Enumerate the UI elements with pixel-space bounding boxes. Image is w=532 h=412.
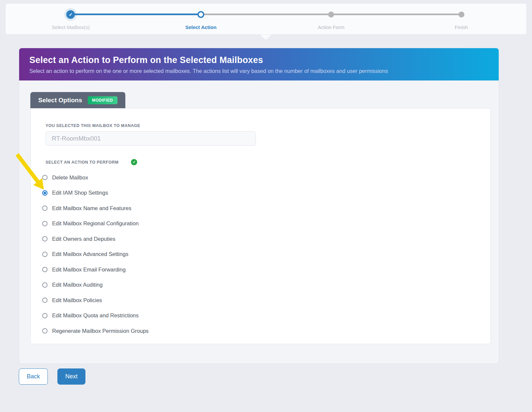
tab-select-options[interactable]: Select Options MODIFIED	[30, 92, 125, 108]
radio-selected-icon[interactable]	[42, 190, 47, 196]
action-option-label: Edit Mailbox Quota and Restrictions	[52, 312, 139, 319]
action-field-label: SELECT AN ACTION TO PERFORM	[46, 160, 118, 165]
radio-icon[interactable]	[42, 221, 47, 226]
action-option-row[interactable]: Edit Mailbox Quota and Restrictions	[42, 308, 476, 324]
action-option-label: Edit Mailbox Name and Features	[52, 205, 131, 211]
radio-icon[interactable]	[42, 298, 47, 303]
select-action-card: Select an Action to Perform on the Selec…	[19, 48, 499, 364]
step-dot-icon	[198, 11, 204, 18]
step-label: Select Action	[136, 24, 266, 30]
back-button[interactable]: Back	[19, 368, 48, 385]
page-subtitle: Select an action to perform on the one o…	[29, 68, 488, 74]
action-option-label: Edit Mailbox Regional Configuration	[52, 220, 139, 227]
radio-icon[interactable]	[42, 313, 47, 318]
radio-icon[interactable]	[42, 282, 47, 288]
action-option-label: Edit Mailbox Policies	[52, 297, 102, 303]
stepper-step-2[interactable]: Select Action	[136, 4, 266, 34]
action-option-row[interactable]: Edit Mailbox Policies	[42, 293, 476, 308]
action-option-row[interactable]: Edit Mailbox Email Forwarding	[42, 262, 476, 277]
selected-mailbox-input	[46, 131, 256, 146]
action-option-label: Edit IAM Shop Settings	[52, 190, 108, 196]
stepper-notch	[260, 35, 271, 40]
stepper-connector-3	[331, 14, 461, 15]
stepper-connector-1	[71, 14, 201, 15]
step-check-icon: ✓	[66, 10, 75, 19]
step-label: Action Form	[266, 24, 396, 30]
step-label: Finish	[396, 24, 526, 30]
action-options-list: Delete MailboxEdit IAM Shop SettingsEdit…	[42, 170, 476, 339]
action-option-row[interactable]: Edit Mailbox Regional Configuration	[42, 216, 476, 232]
card-header: Select an Action to Perform on the Selec…	[19, 48, 499, 80]
mailbox-field-label: YOU SELECTED THIS MAILBOX TO MANAGE	[46, 123, 476, 128]
action-option-row[interactable]: Edit Mailbox Auditing	[42, 277, 476, 293]
step-dot-icon	[328, 12, 334, 17]
action-option-row[interactable]: Regenerate Mailbox Permission Groups	[42, 323, 476, 339]
step-label: Select Mailbox(s)	[6, 24, 136, 30]
stepper-step-4[interactable]: Finish	[396, 4, 526, 34]
select-options-panel: YOU SELECTED THIS MAILBOX TO MANAGE SELE…	[30, 108, 491, 344]
tab-label: Select Options	[38, 97, 82, 104]
wizard-footer: Back Next	[19, 368, 85, 385]
step-dot-icon	[458, 12, 464, 17]
stepper-connector-2	[201, 14, 331, 15]
action-option-row[interactable]: Edit Mailbox Name and Features	[42, 201, 476, 216]
action-option-label: Delete Mailbox	[52, 174, 88, 181]
radio-icon[interactable]	[42, 328, 47, 333]
radio-icon[interactable]	[42, 236, 47, 241]
valid-check-icon: ✓	[131, 159, 137, 165]
action-option-row[interactable]: Edit Mailbox Advanced Settings	[42, 247, 476, 262]
action-option-label: Edit Mailbox Advanced Settings	[52, 251, 128, 257]
action-option-row[interactable]: Edit IAM Shop Settings	[42, 185, 476, 201]
action-option-row[interactable]: Delete Mailbox	[42, 170, 476, 185]
radio-icon[interactable]	[42, 267, 47, 272]
next-button[interactable]: Next	[57, 368, 85, 385]
radio-icon[interactable]	[42, 252, 47, 257]
modified-badge: MODIFIED	[88, 96, 117, 104]
action-option-row[interactable]: Edit Owners and Deputies	[42, 231, 476, 247]
action-option-label: Regenerate Mailbox Permission Groups	[52, 328, 149, 334]
action-option-label: Edit Owners and Deputies	[52, 236, 115, 242]
radio-icon[interactable]	[42, 175, 47, 180]
stepper-step-3[interactable]: Action Form	[266, 4, 396, 34]
radio-icon[interactable]	[42, 206, 47, 211]
wizard-stepper: ✓Select Mailbox(s)Select ActionAction Fo…	[5, 3, 527, 35]
action-option-label: Edit Mailbox Email Forwarding	[52, 267, 126, 273]
page-title: Select an Action to Perform on the Selec…	[29, 55, 488, 65]
action-option-label: Edit Mailbox Auditing	[52, 282, 103, 288]
stepper-steps: ✓Select Mailbox(s)Select ActionAction Fo…	[6, 4, 526, 34]
stepper-step-1[interactable]: ✓Select Mailbox(s)	[6, 4, 136, 34]
